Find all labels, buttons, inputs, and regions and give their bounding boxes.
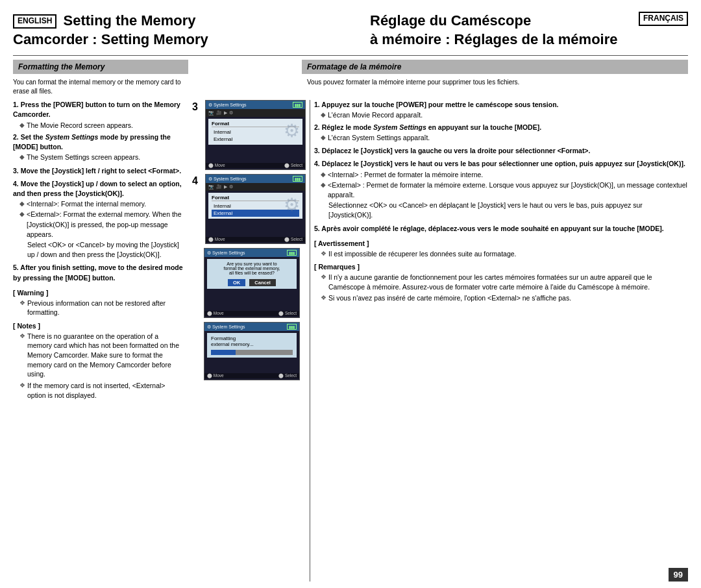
section-bar-row: Formatting the Memory Formatage de la mé… [13,60,688,74]
step-5-right: 5. Après avoir complété le réglage, dépl… [314,224,688,234]
title-right-line2: à mémoire : Réglages de la mémoire [370,31,618,47]
step-5-right-text: Après avoir complété le réglage, déplace… [321,225,663,232]
step-5: 5. After you finish setting, move to the… [13,263,183,282]
move-label-progress: ⬤ Move [207,373,224,378]
diamond-icon-3: ◆ [19,199,25,209]
screen-4-num: 4 [192,175,203,187]
step-1-right-num: 1. [314,101,321,108]
step-4-right-sub-1-text: <Internal> : Permet de formater la mémoi… [328,170,483,180]
screen-popup-topbar: ⚙ System Settings ▮▮▮ [204,249,299,257]
notes-item-right-2: ❖ Si vous n'avez pas inséré de carte mém… [314,293,688,303]
notes-title-left: [ Notes ] [13,321,183,331]
step-5-right-num: 5. [314,225,321,232]
main-body: 1. Press the [POWER] button to turn on t… [13,100,688,582]
title-right-line1: Réglage du Caméscope [370,12,531,29]
screen-3-block: 3 ⚙ System Settings ▮▮▮ 📷🎥▶⚙ Format Inte… [192,100,306,170]
diamond-r-6: ❖ [321,273,326,291]
intro-row: You can format the internal memory or th… [13,78,688,96]
select-label-popup: ⬤ Select [278,311,297,316]
step-5-text: After you finish setting, move to the de… [13,263,183,281]
header-right: Réglage du Caméscope FRANÇAIS à mémoire … [350,12,688,49]
warning-text-1: Previous information can not be restored… [27,299,183,317]
step-2-right-num: 2. [314,123,322,131]
select-label-4: ⬤ Select [284,237,302,242]
section-bar-right: Formatage de la mémoire [302,60,688,74]
step-2-right-sub-1: ◆ L'écran System Settings apparaît. [314,133,688,143]
steps-right: 1. Appuyez sur la touche [POWER] pour me… [314,100,688,234]
step-4-right-sub-3: Sélectionnez <OK> ou <Cancel> en déplaça… [314,201,688,220]
screen-progress-img: ⚙ System Settings ▮▮▮ Formattingexternal… [204,322,300,380]
step-4-right-sub-2: ◆ <External> : Permet de formater la mém… [314,180,688,200]
section-bar-mid [188,60,302,74]
step-1-sub-1-text: The Movie Record screen appears. [27,121,133,130]
step-1-text: Press the [POWER] button to turn on the … [13,101,180,118]
step-2: 2. Set the System Settings mode by press… [13,132,183,163]
intro-right: Vous pouvez formater la mémoire interne … [302,78,688,96]
step-2-text: Set the System Settings mode by pressing… [13,133,171,151]
gear-icon-3: ⚙ System Settings [208,103,247,108]
step-4-right-sub-3-text: Sélectionnez <OK> ou <Cancel> en déplaça… [321,201,688,220]
francais-badge: FRANÇAIS [639,12,688,26]
screen-popup-img: ⚙ System Settings ▮▮▮ Are you sure you w… [204,248,300,318]
screen-4-gear-deco: ⚙ [284,194,300,215]
step-1-sub-1: ◆ The Movie Record screen appears. [13,121,183,130]
cancel-button[interactable]: Cancel [249,279,276,286]
step-2-right-sub-1-text: L'écran System Settings apparaît. [328,133,430,143]
screen-progress-topbar: ⚙ System Settings ▮▮▮ [204,323,299,331]
step-1-right: 1. Appuyez sur la touche [POWER] pour me… [314,100,688,143]
steps-left: 1. Press the [POWER] button to turn on t… [13,100,183,283]
step-4-right: 4. Déplacez le [Joystick] vers le haut o… [314,159,688,220]
screen-3-img: ⚙ System Settings ▮▮▮ 📷🎥▶⚙ Format Intern… [205,100,306,170]
select-label-progress: ⬤ Select [278,373,297,378]
ok-button[interactable]: OK [228,279,245,286]
intro-left: You can format the internal memory or th… [13,78,188,96]
step-3: 3. Move the [Joystick] left / right to s… [13,166,183,176]
step-4-right-sub-2-text: <External> : Permet de formater la mémoi… [328,180,688,200]
battery-icon-3: ▮▮▮ [293,102,302,108]
screen-4-icons: 📷🎥▶⚙ [206,183,305,191]
warning-title-right: [ Avertissement ] [314,239,688,249]
page: ENGLISH Setting the Memory Camcorder : S… [0,0,701,588]
col-right: 1. Appuyez sur la touche [POWER] pour me… [310,100,688,582]
intro-mid [188,78,302,96]
diamond-icon-6: ❖ [19,332,25,379]
progress-text: Formattingexternal memory... [211,336,293,347]
diamond-icon-4: ◆ [19,210,25,239]
step-2-right-text: Réglez le mode System Settings en appuya… [322,123,541,131]
screen-4-block: 4 ⚙ System Settings ▮▮▮ 📷🎥▶⚙ Format Inte… [192,174,306,244]
notes-item-right-1: ❖ Il n'y a aucune garantie de fonctionne… [314,273,688,291]
screen-3-icons: 📷🎥▶⚙ [206,109,305,117]
step-3-text: Move the [Joystick] left / right to sele… [21,167,181,175]
title-left: ENGLISH Setting the Memory Camcorder : S… [13,12,331,49]
move-label-3: ⬤ Move [208,163,225,168]
step-2-sub-1-text: The System Settings screen appears. [27,153,140,162]
screen-progress-bottom: ⬤ Move ⬤ Select [204,373,299,378]
notes-item-2: ❖ If the memory card is not inserted, <E… [13,381,183,400]
select-label-3: ⬤ Select [284,163,302,168]
english-badge: ENGLISH [13,14,56,29]
screen-progress-content: Formattingexternal memory... [207,333,297,358]
step-2-sub-1: ◆ The System Settings screen appears. [13,153,183,162]
col-left: 1. Press the [POWER] button to turn on t… [13,100,188,582]
step-3-right-text: Déplacez le [Joystick] vers la gauche ou… [322,147,591,154]
section-title-right: Formatage de la mémoire [307,62,401,71]
title-left-line1: Setting the Memory [63,12,195,29]
notes-text-right-2: Si vous n'avez pas inséré de carte mémoi… [328,293,571,303]
battery-icon-popup: ▮▮▮ [287,250,297,256]
progress-bar-fill [211,350,236,355]
gear-icon-4: ⚙ System Settings [208,177,247,182]
section-bar-left: Formatting the Memory [13,60,188,74]
diamond-r-1: ◆ [321,110,326,120]
step-1-right-sub-1-text: L'écran Movie Record apparaît. [328,110,423,120]
step-1: 1. Press the [POWER] button to turn on t… [13,100,183,162]
notes-text-right-1: Il n'y a aucune garantie de fonctionneme… [328,273,688,291]
step-4-sub-1: ◆ <Internal>: Format the internal memory… [13,199,183,209]
step-4-right-sub-1: ◆ <Internal> : Permet de formater la mém… [314,170,688,180]
diamond-r-5: ❖ [321,249,326,259]
screen-progress-block: ⚙ System Settings ▮▮▮ Formattingexternal… [204,322,306,380]
screen-popup-bottom: ⬤ Move ⬤ Select [204,311,299,316]
step-3-right-num: 3. [314,147,322,154]
step-3-right: 3. Déplacez le [Joystick] vers la gauche… [314,146,688,156]
notes-item-1: ❖ There is no guarantee on the operation… [13,332,183,379]
diamond-r-7: ❖ [321,293,326,303]
